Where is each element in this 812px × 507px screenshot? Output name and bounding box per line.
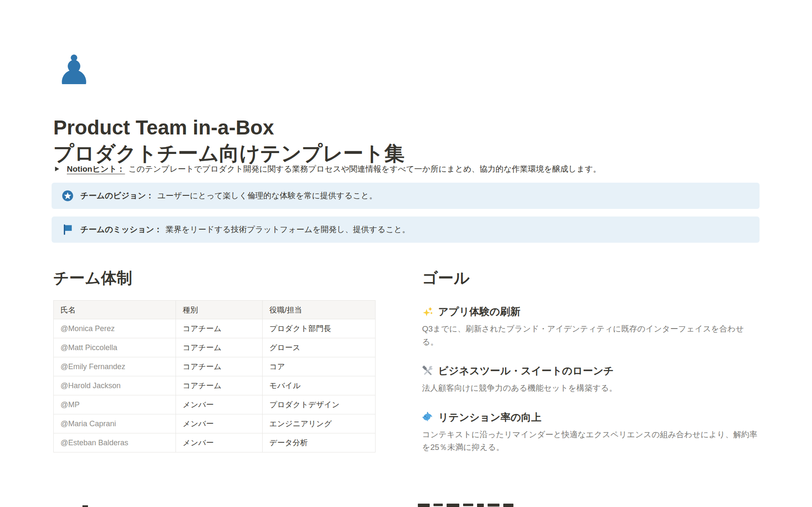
goals-column: ゴール アプリ体験の刷新 Q3までに、刷新されたブランド・アイデンティティに既存…	[422, 269, 759, 454]
goal-item: ビジネスツール・スイートのローンチ 法人顧客向けに競争力のある機能セットを構築す…	[422, 364, 759, 395]
type-cell: コアチーム	[176, 376, 263, 395]
person-mention[interactable]: @Harold Jackson	[60, 381, 121, 390]
goal-title: ビジネスツール・スイートのローンチ	[438, 364, 614, 377]
table-row: @Esteban Balderas メンバー データ分析	[54, 433, 376, 452]
goal-description: Q3までに、刷新されたブランド・アイデンティティに既存のインターフェイスを合わせ…	[422, 323, 759, 348]
table-row: @Emily Fernandez コアチーム コア	[54, 357, 376, 376]
chess-pawn-icon[interactable]: ♟	[56, 50, 92, 90]
goal-item: アプリ体験の刷新 Q3までに、刷新されたブランド・アイデンティティに既存のインタ…	[422, 305, 759, 348]
hint-label[interactable]: Notionヒント：	[67, 163, 125, 175]
table-row: @Monica Perez コアチーム プロダクト部門長	[54, 319, 376, 338]
person-mention[interactable]: @Emily Fernandez	[60, 362, 125, 371]
team-table: 氏名 種別 役職/担当 @Monica Perez コアチーム プロダクト部門長…	[53, 300, 376, 452]
goal-title-row: アプリ体験の刷新	[422, 305, 759, 318]
role-cell: プロダクト部門長	[263, 319, 376, 338]
goal-item: リテンション率の向上 コンテキストに沿ったリマインダーと快適なエクスペリエンスの…	[422, 411, 759, 454]
team-heading: チーム体制	[53, 269, 390, 288]
vision-text: ユーザーにとって楽しく倫理的な体験を常に提供すること。	[157, 190, 377, 201]
mission-text: 業界をリードする技術プラットフォームを開発し、提供すること。	[166, 224, 410, 235]
type-cell: メンバー	[176, 414, 263, 433]
table-row: @Harold Jackson コアチーム モバイル	[54, 376, 376, 395]
col-header-type: 種別	[176, 301, 263, 319]
person-mention[interactable]: @Maria Caprani	[60, 419, 116, 428]
role-cell: モバイル	[263, 376, 376, 395]
table-row: @MP メンバー プロダクトデザイン	[54, 395, 376, 414]
vision-callout: チームのビジョン： ユーザーにとって楽しく倫理的な体験を常に提供すること。	[52, 183, 760, 209]
role-cell: グロース	[263, 338, 376, 357]
hammer-wrench-icon	[422, 365, 433, 377]
col-header-role: 役職/担当	[263, 301, 376, 319]
role-cell: コア	[263, 357, 376, 376]
type-cell: メンバー	[176, 395, 263, 414]
goal-description: 法人顧客向けに競争力のある機能セットを構築する。	[422, 382, 759, 395]
goal-title-row: リテンション率の向上	[422, 411, 759, 424]
table-header-row: 氏名 種別 役職/担当	[54, 301, 376, 319]
person-mention[interactable]: @Monica Perez	[60, 324, 115, 333]
table-row: @Maria Caprani メンバー エンジニアリング	[54, 414, 376, 433]
type-cell: コアチーム	[176, 319, 263, 338]
goals-heading: ゴール	[422, 269, 759, 288]
clipped-heading-fragment	[418, 504, 513, 507]
mission-callout: チームのミッション： 業界をリードする技術プラットフォームを開発し、提供すること…	[52, 217, 760, 243]
vision-label: チームのビジョン：	[80, 190, 154, 201]
goal-title: リテンション率の向上	[438, 411, 541, 424]
role-cell: エンジニアリング	[263, 414, 376, 433]
page-title-line1: Product Team in-a-Box	[53, 115, 405, 141]
hint-toggle-block: Notionヒント： このテンプレートでプロダクト開発に関する業務プロセスや関連…	[54, 163, 714, 175]
toggle-triangle-icon[interactable]	[54, 164, 67, 175]
dolphin-icon	[422, 411, 433, 423]
person-mention[interactable]: @Matt Piccolella	[60, 343, 117, 352]
sparkles-icon	[422, 306, 433, 318]
hint-text: このテンプレートでプロダクト開発に関する業務プロセスや関連情報をすべて一か所にま…	[128, 163, 601, 175]
goal-title: アプリ体験の刷新	[438, 305, 520, 318]
person-mention[interactable]: @Esteban Balderas	[60, 438, 128, 447]
type-cell: メンバー	[176, 433, 263, 452]
mission-label: チームのミッション：	[80, 224, 162, 235]
role-cell: データ分析	[263, 433, 376, 452]
clipped-heading-fragment	[82, 505, 88, 507]
star-circle-icon	[62, 190, 74, 202]
page-title-line2: プロダクトチーム向けテンプレート集	[53, 141, 405, 167]
col-header-name: 氏名	[54, 301, 176, 319]
goal-title-row: ビジネスツール・スイートのローンチ	[422, 364, 759, 377]
team-column: チーム体制 氏名 種別 役職/担当 @Monica Perez コアチーム プロ…	[53, 269, 390, 454]
blue-flag-icon	[62, 224, 74, 236]
goal-description: コンテキストに沿ったリマインダーと快適なエクスペリエンスの組み合わせにより、解約…	[422, 428, 759, 454]
page-title: Product Team in-a-Box プロダクトチーム向けテンプレート集	[53, 115, 405, 167]
role-cell: プロダクトデザイン	[263, 395, 376, 414]
person-mention[interactable]: @MP	[60, 400, 80, 409]
notion-page: ♟ Product Team in-a-Box プロダクトチーム向けテンプレート…	[0, 0, 812, 507]
columns-area: チーム体制 氏名 種別 役職/担当 @Monica Perez コアチーム プロ…	[53, 269, 759, 454]
type-cell: コアチーム	[176, 338, 263, 357]
type-cell: コアチーム	[176, 357, 263, 376]
table-row: @Matt Piccolella コアチーム グロース	[54, 338, 376, 357]
